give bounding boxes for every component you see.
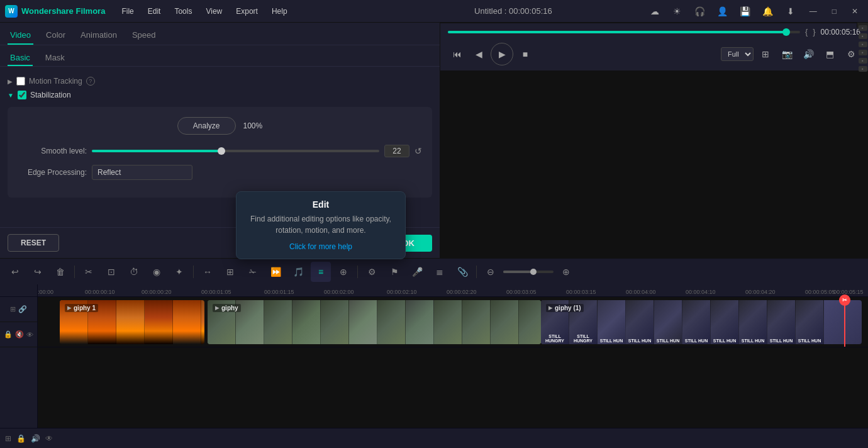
zoom-slider-toolbar[interactable]: [503, 271, 554, 273]
effects-button[interactable]: ✦: [169, 262, 189, 282]
menu-help[interactable]: Help: [265, 4, 294, 18]
titlebar-actions: ☁ ☀ 🎧 👤 💾 🔔 ⬇ — □ ✕: [646, 3, 863, 20]
smooth-level-value[interactable]: [384, 145, 409, 157]
crop-button[interactable]: ⊡: [101, 262, 121, 282]
rail-btn-4[interactable]: ▪: [859, 50, 867, 55]
crop2-button[interactable]: ✁: [243, 262, 263, 282]
subtitle-button[interactable]: ≣: [430, 262, 450, 282]
timeline-playhead[interactable]: ✂: [844, 297, 845, 347]
clip-giphy2[interactable]: STILL HUNGRY STILL HUNGRY STILL HUN STIL…: [541, 300, 862, 344]
copy-button[interactable]: ⊞: [220, 262, 240, 282]
rail-btn-1[interactable]: ▪: [859, 25, 867, 31]
redo-button[interactable]: ↪: [28, 262, 48, 282]
tab-video[interactable]: Video: [8, 26, 33, 45]
mic-button[interactable]: 🎤: [407, 262, 427, 282]
menu-export[interactable]: Export: [230, 4, 264, 18]
flag-button[interactable]: ⚑: [384, 262, 404, 282]
clip-button[interactable]: 📎: [452, 262, 472, 282]
undo-button[interactable]: ↩: [5, 262, 25, 282]
audio-icon[interactable]: 🔊: [799, 45, 818, 64]
rail-btn-6[interactable]: ▪: [859, 66, 867, 72]
user-icon[interactable]: 👤: [714, 3, 732, 20]
titlebar: W Wondershare Filmora File Edit Tools Vi…: [0, 0, 868, 23]
tab-animation[interactable]: Animation: [78, 26, 120, 45]
step-back-button[interactable]: ⏮: [448, 45, 467, 64]
reset-button[interactable]: RESET: [8, 234, 59, 252]
thumb-med-7: [377, 300, 406, 344]
settings2-button[interactable]: ⚙: [362, 262, 382, 282]
motion-tracking-checkbox[interactable]: [16, 77, 25, 86]
cloud-icon[interactable]: ☁: [646, 3, 664, 20]
minimize-button[interactable]: —: [804, 4, 822, 18]
close-button[interactable]: ✕: [847, 4, 863, 18]
duration-button[interactable]: ⏱: [124, 262, 144, 282]
quality-select[interactable]: Full 1/2 1/4: [721, 47, 754, 61]
track-link-icon[interactable]: 🔗: [18, 305, 27, 313]
audio-button[interactable]: 🎵: [288, 262, 308, 282]
menu-edit[interactable]: Edit: [142, 4, 167, 18]
tooltip-help-link[interactable]: Click for more help: [289, 242, 352, 251]
track-lock-icon[interactable]: 🔒: [4, 330, 13, 339]
speed-button[interactable]: ⏩: [265, 262, 286, 282]
toolbar-sep-4: [476, 266, 477, 278]
ruler-header: [0, 284, 37, 297]
progress-bar[interactable]: [448, 31, 800, 33]
headphones-icon[interactable]: 🎧: [691, 3, 709, 20]
motion-tracking-help-icon[interactable]: ?: [86, 77, 95, 86]
track-header-1: ⊞ 🔗: [0, 297, 37, 322]
export-frame-icon[interactable]: ⬒: [820, 45, 839, 64]
download-icon[interactable]: ⬇: [782, 3, 799, 20]
track-add-icon[interactable]: ⊞: [10, 305, 16, 313]
rail-btn-2[interactable]: ▪: [859, 33, 867, 39]
rail-btn-3[interactable]: ▪: [859, 42, 867, 47]
fit-screen-icon[interactable]: ⊞: [756, 45, 775, 64]
cut-button[interactable]: ✂: [79, 262, 99, 282]
track-visible-icon[interactable]: 👁: [26, 331, 33, 339]
play-button[interactable]: ▶: [491, 43, 513, 65]
delete-button[interactable]: 🗑: [50, 262, 70, 282]
rail-btn-5[interactable]: ▪: [859, 58, 867, 64]
menu-file[interactable]: File: [115, 4, 140, 18]
subtab-basic[interactable]: Basic: [8, 50, 33, 66]
time-markers: { } 00:00:05:16: [805, 27, 860, 36]
edit-button[interactable]: ≡ Edit Find additional editing options l…: [311, 262, 331, 282]
sun-icon[interactable]: ☀: [669, 3, 686, 20]
clip-giphy1[interactable]: ▶ giphy 1: [60, 300, 204, 344]
eye-icon[interactable]: 👁: [45, 434, 53, 443]
bracket-out-icon[interactable]: }: [813, 27, 815, 36]
tab-speed[interactable]: Speed: [130, 26, 159, 45]
analyze-button[interactable]: Analyze: [177, 117, 236, 135]
more-button[interactable]: ⊕: [333, 262, 353, 282]
zoom-out-button[interactable]: ⊖: [481, 262, 501, 282]
motion-tracking-arrow[interactable]: ▶: [8, 78, 13, 85]
color-button[interactable]: ◉: [147, 262, 167, 282]
maximize-button[interactable]: □: [827, 4, 842, 18]
bracket-in-icon[interactable]: {: [805, 27, 808, 36]
menu-tools[interactable]: Tools: [168, 4, 198, 18]
smooth-level-slider[interactable]: [92, 150, 379, 152]
thumb-fire-5: [173, 300, 201, 344]
volume-icon[interactable]: 🔊: [31, 434, 40, 443]
edge-processing-select[interactable]: Reflect Tile Extend None: [92, 165, 192, 180]
zoom-in-button[interactable]: ⊕: [556, 262, 576, 282]
add-track-icon[interactable]: ⊞: [5, 434, 11, 443]
screenshot-icon[interactable]: 📷: [777, 45, 796, 64]
slow-play-button[interactable]: ◀: [469, 45, 488, 64]
lock-icon[interactable]: 🔒: [16, 434, 26, 443]
save-icon[interactable]: 💾: [737, 3, 754, 20]
notification-icon[interactable]: 🔔: [759, 3, 777, 20]
ruler-220: 00:00:02:20: [447, 289, 477, 295]
stop-button[interactable]: ■: [516, 45, 535, 64]
stabilization-checkbox[interactable]: [18, 91, 26, 99]
settings-icon[interactable]: ⚙: [842, 45, 860, 64]
thumb-fire-4: [145, 300, 173, 344]
right-panel: STILL HUNGRY @ubereats ▪ ▪ ▪ ▪ ▪ ▪: [440, 23, 868, 258]
smooth-level-reset-icon[interactable]: ↺: [415, 146, 422, 156]
stabilization-header[interactable]: ▼ Stabilization: [8, 88, 432, 102]
tab-color[interactable]: Color: [43, 26, 68, 45]
subtab-mask[interactable]: Mask: [43, 50, 67, 66]
clip-giphy[interactable]: ▶ giphy: [208, 300, 541, 344]
menu-view[interactable]: View: [199, 4, 228, 18]
track-mute-icon[interactable]: 🔇: [15, 330, 24, 339]
transform-button[interactable]: ↔: [198, 262, 218, 282]
